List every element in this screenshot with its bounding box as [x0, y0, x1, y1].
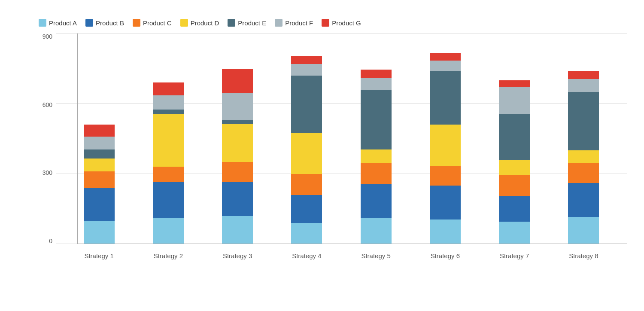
bar-segment-productD — [568, 150, 599, 163]
stacked-bar — [84, 125, 115, 244]
bar-segment-productF — [361, 78, 392, 89]
bar-segment-productB — [499, 196, 530, 222]
legend-item: Product G — [322, 19, 361, 27]
legend-item: Product C — [133, 19, 172, 27]
bar-segment-productG — [291, 56, 322, 64]
bar-segment-productG — [568, 71, 599, 79]
legend-label: Product E — [238, 19, 266, 27]
bar-segment-productA — [222, 216, 253, 244]
bar-segment-productF — [291, 64, 322, 76]
bar-group — [222, 69, 253, 244]
legend-label: Product G — [332, 19, 361, 27]
bar-group — [291, 56, 322, 244]
y-axis-label: 0 — [49, 238, 52, 244]
y-axis-label: 900 — [43, 34, 52, 40]
bar-segment-productC — [430, 166, 461, 186]
bar-segment-productA — [84, 221, 115, 244]
x-axis-label: Strategy 3 — [222, 252, 253, 259]
bars-row — [56, 34, 627, 244]
y-axis-label: 600 — [43, 102, 52, 108]
stacked-bar — [430, 53, 461, 244]
legend-swatch — [275, 19, 283, 27]
stacked-bar — [568, 71, 599, 244]
legend-label: Product A — [49, 19, 77, 27]
bar-segment-productG — [153, 82, 184, 95]
bar-group — [499, 80, 530, 244]
bar-segment-productF — [499, 87, 530, 114]
legend-swatch — [228, 19, 235, 27]
bar-segment-productA — [430, 220, 461, 244]
bar-segment-productC — [84, 171, 115, 188]
bar-segment-productE — [430, 71, 461, 125]
stacked-bar — [291, 56, 322, 244]
x-axis-label: Strategy 4 — [291, 252, 322, 259]
legend-item: Product A — [39, 19, 77, 27]
legend-label: Product B — [96, 19, 124, 27]
bar-segment-productA — [568, 217, 599, 244]
stacked-bar — [222, 69, 253, 244]
bar-segment-productD — [222, 124, 253, 162]
bar-segment-productE — [568, 92, 599, 150]
bar-group — [430, 53, 461, 244]
legend-swatch — [85, 19, 93, 27]
bar-segment-productF — [430, 61, 461, 71]
x-axis: Strategy 1Strategy 2Strategy 3Strategy 4… — [56, 252, 627, 259]
chart-area: 0300600900 Strategy 1Strategy 2Strategy … — [34, 34, 627, 244]
legend-item: Product E — [228, 19, 266, 27]
legend: Product AProduct BProduct CProduct DProd… — [34, 19, 627, 27]
bar-segment-productC — [568, 163, 599, 183]
bar-segment-productE — [361, 90, 392, 149]
bar-group — [153, 82, 184, 244]
bar-segment-productE — [291, 76, 322, 133]
stacked-bar — [153, 82, 184, 244]
bar-segment-productE — [499, 114, 530, 160]
bar-segment-productB — [222, 182, 253, 216]
legend-swatch — [180, 19, 188, 27]
bar-segment-productA — [361, 218, 392, 244]
bar-segment-productC — [361, 163, 392, 184]
stacked-bar — [361, 70, 392, 244]
legend-label: Product F — [285, 19, 313, 27]
bar-segment-productD — [84, 159, 115, 171]
bar-group — [361, 70, 392, 244]
grid-and-bars — [56, 34, 627, 244]
x-axis-label: Strategy 6 — [430, 252, 461, 259]
bar-segment-productG — [361, 70, 392, 78]
bar-segment-productG — [499, 80, 530, 87]
bar-segment-productC — [153, 167, 184, 182]
bar-segment-productB — [568, 183, 599, 217]
x-axis-label: Strategy 2 — [153, 252, 184, 259]
bar-segment-productA — [153, 218, 184, 244]
bar-segment-productA — [291, 223, 322, 244]
x-axis-label: Strategy 1 — [84, 252, 115, 259]
x-axis-line — [77, 244, 627, 244]
x-axis-label: Strategy 7 — [499, 252, 530, 259]
bar-segment-productB — [361, 184, 392, 218]
legend-label: Product C — [143, 19, 172, 27]
bar-segment-productB — [84, 188, 115, 220]
bar-segment-productD — [430, 125, 461, 165]
bar-segment-productC — [499, 175, 530, 196]
bar-segment-productD — [499, 160, 530, 175]
bar-group — [84, 125, 115, 244]
legend-label: Product D — [191, 19, 219, 27]
bar-segment-productB — [291, 195, 322, 223]
bar-segment-productD — [291, 133, 322, 174]
bar-group — [568, 71, 599, 244]
bar-segment-productF — [84, 137, 115, 149]
bar-segment-productD — [153, 114, 184, 167]
legend-item: Product D — [180, 19, 219, 27]
x-axis-label: Strategy 8 — [568, 252, 599, 259]
legend-swatch — [133, 19, 140, 27]
legend-swatch — [322, 19, 329, 27]
bar-segment-productE — [153, 110, 184, 114]
bar-segment-productD — [361, 149, 392, 164]
legend-item: Product B — [85, 19, 124, 27]
bar-segment-productG — [84, 125, 115, 136]
chart-container: Product AProduct BProduct CProduct DProd… — [4, 5, 640, 306]
bar-segment-productE — [222, 120, 253, 123]
bar-segment-productG — [430, 53, 461, 60]
stacked-bar — [499, 80, 530, 244]
bar-segment-productB — [430, 186, 461, 220]
legend-item: Product F — [275, 19, 313, 27]
